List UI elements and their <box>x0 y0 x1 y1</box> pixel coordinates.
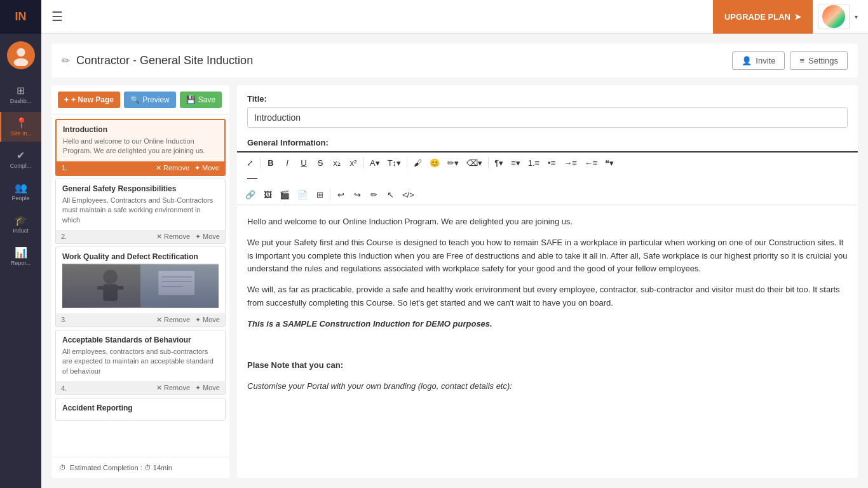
sidebar: IN ⊞ Dashb... 📍 Site In... ✔ Compl... 👥 … <box>0 0 41 488</box>
page-item-4-content: Acceptable Standards of Behaviour All em… <box>56 330 225 381</box>
upgrade-button[interactable]: UPGRADE PLAN ➤ <box>713 0 813 34</box>
page-item-5[interactable]: Accident Reporting <box>55 398 226 421</box>
page-item-1-desc: Hello and welcome to our Online Inductio… <box>63 137 218 156</box>
settings-button[interactable]: ≡ Settings <box>790 51 848 70</box>
invite-user-icon: 👤 <box>742 56 752 65</box>
page-header-left: ✏ Contractor - General Site Induction <box>62 54 253 67</box>
page-item-3-actions: ✕ Remove ✦ Move <box>156 316 220 324</box>
clock-icon: ⏱ <box>59 464 66 471</box>
new-page-label: + New Page <box>71 95 114 104</box>
induct-icon: 🎓 <box>15 214 27 226</box>
page-item-3-title: Work Quality and Defect Rectification <box>62 252 219 261</box>
toolbar-superscript-btn[interactable]: x² <box>346 155 361 170</box>
new-page-button[interactable]: + + New Page <box>58 92 120 108</box>
invite-button[interactable]: 👤 Invite <box>732 51 785 70</box>
toolbar-highlight-btn[interactable]: 🖌 <box>410 155 425 170</box>
sidebar-item-people[interactable]: 👥 People <box>0 177 41 207</box>
toolbar-textsize-btn[interactable]: T↕▾ <box>384 155 404 170</box>
toolbar-emoji-btn[interactable]: 😊 <box>426 155 443 170</box>
toolbar-expand-btn[interactable]: ⤢ <box>242 155 257 170</box>
toolbar-file-btn[interactable]: 📄 <box>294 187 311 202</box>
page-item-1-move[interactable]: ✦ Move <box>194 164 219 172</box>
toolbar-orderedlist-btn[interactable]: 1.≡ <box>525 155 543 170</box>
preview-button[interactable]: 🔍 Preview <box>124 92 176 108</box>
company-logo[interactable] <box>818 4 850 29</box>
page-item-3-remove[interactable]: ✕ Remove <box>156 316 190 324</box>
image-overlay <box>62 264 219 308</box>
toolbar-sep-1 <box>260 157 261 168</box>
page-item-3[interactable]: Work Quality and Defect Rectification <box>55 247 226 327</box>
page-item-3-image <box>62 264 219 308</box>
sidebar-item-sitein-label: Site In... <box>11 130 32 137</box>
page-item-3-move[interactable]: ✦ Move <box>195 316 220 324</box>
toolbar-unorderedlist-btn[interactable]: •≡ <box>544 155 559 170</box>
page-item-2-remove[interactable]: ✕ Remove <box>156 233 190 241</box>
toolbar-indent-btn[interactable]: →≡ <box>560 155 580 170</box>
toolbar-paragraph-btn[interactable]: ¶▾ <box>491 155 506 170</box>
page-item-3-footer: 3. ✕ Remove ✦ Move <box>56 313 225 327</box>
page-item-4[interactable]: Acceptable Standards of Behaviour All em… <box>55 330 226 395</box>
sidebar-item-induct[interactable]: 🎓 Induct <box>0 209 41 239</box>
toolbar-strikethrough-btn[interactable]: S <box>313 155 328 170</box>
title-section: Title: <box>237 85 858 134</box>
page-item-2-footer: 2. ✕ Remove ✦ Move <box>56 230 225 243</box>
page-item-4-remove[interactable]: ✕ Remove <box>156 384 190 392</box>
page-item-4-move[interactable]: ✦ Move <box>195 384 220 392</box>
settings-icon: ≡ <box>799 56 804 65</box>
sidebar-item-reports[interactable]: 📊 Repor... <box>0 241 41 271</box>
toolbar-undo-btn[interactable]: ↩ <box>333 187 348 202</box>
editor-sample-text: This is a SAMPLE Construction Induction … <box>247 319 492 329</box>
toolbar-redo-btn[interactable]: ↪ <box>349 187 365 202</box>
toolbar-code-btn[interactable]: </> <box>399 187 417 202</box>
page-item-1-remove[interactable]: ✕ Remove <box>156 164 189 172</box>
page-item-2-move[interactable]: ✦ Move <box>195 233 220 241</box>
save-label: Save <box>198 95 215 104</box>
toolbar-subscript-btn[interactable]: x₂ <box>329 155 344 170</box>
editor-body[interactable]: Hello and welcome to our Online Inductio… <box>237 205 858 478</box>
toolbar-align-btn[interactable]: ≡▾ <box>508 155 524 170</box>
toolbar-bold-btn[interactable]: B <box>263 155 278 170</box>
topbar: ☰ UPGRADE PLAN ➤ ▾ <box>41 0 868 34</box>
toolbar-underline-btn[interactable]: U <box>296 155 311 170</box>
editor-para-6: Plase Note that you can: <box>247 359 848 372</box>
toolbar-quote-btn[interactable]: ❝▾ <box>602 155 617 170</box>
chevron-down-icon[interactable]: ▾ <box>855 13 858 20</box>
svg-point-0 <box>17 48 25 57</box>
edit-icon: ✏ <box>62 55 70 67</box>
toolbar-row-1: ⤢ B I U S x₂ x² A▾ T↕▾ 🖌 😊 <box>242 155 853 170</box>
hamburger-icon[interactable]: ☰ <box>51 9 63 24</box>
toolbar-outdent-btn[interactable]: ←≡ <box>581 155 601 170</box>
toolbar-italic-btn[interactable]: I <box>280 155 295 170</box>
toolbar-table-btn[interactable]: ⊞ <box>312 187 327 202</box>
svg-point-1 <box>13 58 28 66</box>
toolbar-pencil-btn[interactable]: ✏ <box>366 187 381 202</box>
general-info-label: General Information: <box>237 134 858 151</box>
toolbar-sep-3 <box>407 157 407 168</box>
sidebar-item-dashboard[interactable]: ⊞ Dashb... <box>0 79 41 109</box>
left-panel-toolbar: + + New Page 🔍 Preview 💾 Save <box>51 85 229 115</box>
page-item-5-content: Accident Reporting <box>56 398 225 420</box>
editor-para-1: Hello and welcome to our Online Inductio… <box>247 215 848 229</box>
toolbar-image-btn[interactable]: 🖼 <box>260 187 275 202</box>
sidebar-item-sitein[interactable]: 📍 Site In... <box>0 112 41 142</box>
page-item-2[interactable]: General Safety Responsibilities All Empl… <box>55 179 226 244</box>
page-header: ✏ Contractor - General Site Induction 👤 … <box>51 44 858 78</box>
toolbar-video-btn[interactable]: 🎬 <box>276 187 293 202</box>
toolbar-sep-5 <box>330 189 330 200</box>
page-item-1[interactable]: Introduction Hello and welcome to our On… <box>55 119 226 176</box>
toolbar-link-btn[interactable]: 🔗 <box>242 187 259 202</box>
title-input[interactable] <box>247 107 848 128</box>
page-item-1-title: Introduction <box>63 125 218 134</box>
save-button[interactable]: 💾 Save <box>180 92 222 108</box>
search-icon: 🔍 <box>130 95 140 104</box>
toolbar-eraser-btn[interactable]: ⌫▾ <box>463 155 485 170</box>
page-item-1-number: 1. <box>62 164 67 172</box>
editor-para-2: We put your Safety first and this Course… <box>247 236 848 276</box>
avatar[interactable] <box>7 41 35 69</box>
sidebar-item-compl[interactable]: ✔ Compl... <box>0 144 41 174</box>
toolbar-pen-btn[interactable]: ✏▾ <box>444 155 462 170</box>
header-actions: 👤 Invite ≡ Settings <box>732 51 848 70</box>
page-item-1-actions: ✕ Remove ✦ Move <box>156 164 219 172</box>
toolbar-fontcolor-btn[interactable]: A▾ <box>367 155 383 170</box>
toolbar-cursor-btn[interactable]: ↖ <box>383 187 398 202</box>
